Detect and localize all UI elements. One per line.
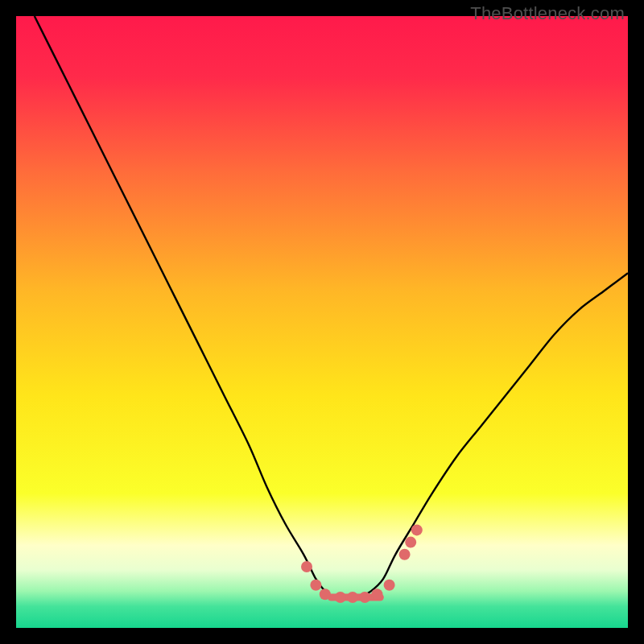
highlight-dot xyxy=(310,580,321,591)
highlight-dot xyxy=(411,524,423,535)
highlight-dot xyxy=(301,561,312,572)
highlight-dot xyxy=(384,580,395,591)
watermark-text: TheBottleneck.com xyxy=(470,3,625,24)
highlight-dot xyxy=(347,592,358,603)
gradient-background xyxy=(16,16,628,628)
bottleneck-chart xyxy=(16,16,628,628)
chart-frame xyxy=(16,16,628,628)
highlight-dot xyxy=(399,549,411,560)
highlight-dot xyxy=(335,592,346,603)
highlight-dot xyxy=(405,537,416,548)
highlight-dot xyxy=(320,588,331,600)
highlight-dot xyxy=(371,588,382,600)
highlight-dot xyxy=(359,592,370,603)
